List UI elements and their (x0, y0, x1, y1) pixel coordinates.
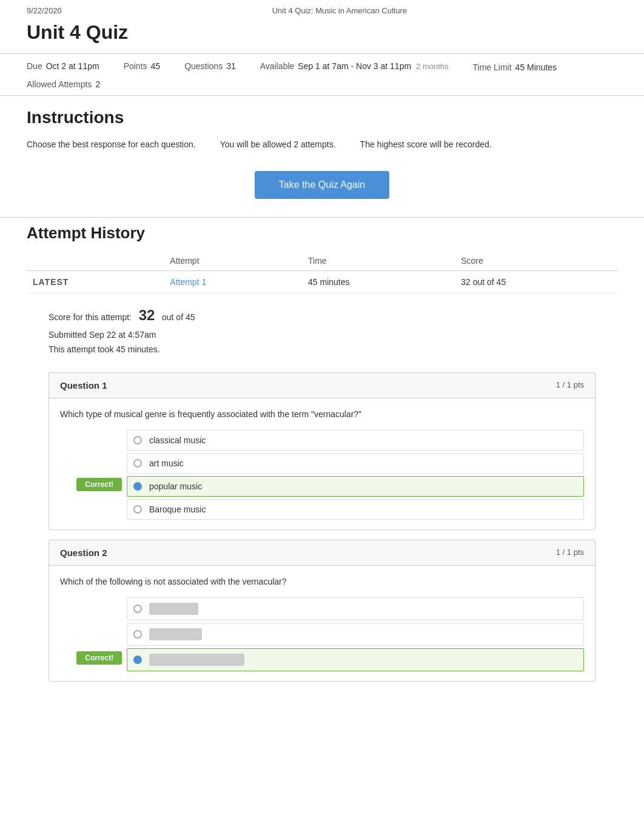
question-1-body: Which type of musical genre is frequentl… (49, 398, 595, 529)
q1-answer-0[interactable]: classical music (127, 430, 584, 451)
date: 9/22/2020 (27, 6, 62, 15)
q1-correct-badge: Correct! (76, 478, 122, 491)
score-number: 32 (139, 307, 155, 323)
attempt-1-link[interactable]: Attempt 1 (170, 277, 206, 287)
question-1-pts: 1 / 1 pts (556, 380, 584, 391)
q1-answer-3-text: Baroque music (149, 505, 206, 514)
q1-answer-2[interactable]: popular music (127, 476, 584, 497)
q1-answer-0-text: classical music (149, 435, 206, 445)
instruction-1: Choose the best response for each questi… (27, 139, 196, 149)
time-limit-label: Time Limit (473, 62, 512, 72)
score-label: Score for this attempt: (49, 312, 132, 322)
question-2-answers: ████ ███ ████████ Correct! █████████████… (60, 597, 584, 671)
due-label: Due (27, 61, 42, 71)
q1-answer-1[interactable]: art music (127, 453, 584, 474)
question-2-title: Question 2 (60, 548, 107, 558)
instruction-2: You will be allowed 2 attempts. (220, 139, 336, 149)
question-1-header: Question 1 1 / 1 pts (49, 373, 595, 398)
table-row: LATEST Attempt 1 45 minutes 32 out of 45 (27, 271, 617, 293)
question-2-body: Which of the following is not associated… (49, 566, 595, 681)
attempt-score: 32 out of 45 (455, 271, 617, 293)
score-summary: Score for this attempt: 32 out of 45 Sub… (0, 293, 644, 363)
q2-correct-badge: Correct! (76, 651, 122, 665)
submitted-text: Submitted Sep 22 at 4:57am (49, 328, 617, 343)
q1-answer-3[interactable]: Baroque music (127, 499, 584, 520)
question-2-header: Question 2 1 / 1 pts (49, 540, 595, 566)
question-1-title: Question 1 (60, 380, 107, 391)
meta-bar: Due Oct 2 at 11pm Points 45 Questions 31… (0, 53, 644, 96)
question-1-text: Which type of musical genre is frequentl… (60, 409, 584, 419)
instructions-title: Instructions (0, 96, 644, 136)
take-quiz-container: Take the Quiz Again (0, 161, 644, 217)
available-label: Available (260, 61, 295, 71)
q2-answer-2[interactable]: ███████████████ (127, 648, 584, 671)
question-2-text: Which of the following is not associated… (60, 577, 584, 586)
allowed-attempts-label: Allowed Attempts (27, 79, 92, 89)
take-quiz-button[interactable]: Take the Quiz Again (255, 171, 389, 199)
question-1-answers: classical music art music Correct! popul… (60, 430, 584, 520)
question-2-pts: 1 / 1 pts (556, 548, 584, 558)
col-header-attempt: Attempt (164, 251, 302, 271)
question-2-block: Question 2 1 / 1 pts Which of the follow… (49, 540, 595, 682)
page-title: Unit 4 Quiz (0, 18, 644, 53)
q2-answer-1[interactable]: ████████ (127, 623, 584, 646)
instruction-3: The highest score will be recorded. (360, 139, 492, 149)
attempt-history-title: Attempt History (0, 217, 644, 251)
col-header-blank (27, 251, 164, 271)
q2-answer-0[interactable]: ████ ███ (127, 597, 584, 620)
instructions-row: Choose the best response for each questi… (0, 136, 644, 161)
q1-answer-1-text: art music (149, 458, 184, 468)
questions-value: 31 (226, 61, 236, 71)
attempt-link-cell[interactable]: Attempt 1 (164, 271, 302, 293)
questions-label: Questions (184, 61, 223, 71)
available-badge: 2 months (416, 62, 448, 71)
col-header-time: Time (302, 251, 455, 271)
score-out-of: out of 45 (162, 312, 195, 322)
allowed-attempts-value: 2 (95, 79, 100, 89)
attempt-time: 45 minutes (302, 271, 455, 293)
attempt-table: Attempt Time Score LATEST Attempt 1 45 m… (27, 251, 617, 293)
points-value: 45 (151, 61, 161, 71)
time-limit-value: 45 Minutes (515, 62, 557, 72)
available-value: Sep 1 at 7am - Nov 3 at 11pm (298, 61, 411, 71)
col-header-score: Score (455, 251, 617, 271)
due-value: Oct 2 at 11pm (46, 61, 99, 71)
duration-text: This attempt took 45 minutes. (49, 343, 617, 357)
question-1-block: Question 1 1 / 1 pts Which type of music… (49, 372, 595, 530)
points-label: Points (124, 61, 147, 71)
latest-badge: LATEST (27, 271, 164, 293)
q2-answer-1-text: ████████ (149, 628, 202, 640)
header-center-text: Unit 4 Quiz: Music in American Culture (272, 6, 408, 15)
q1-answer-2-text: popular music (149, 481, 202, 491)
q2-answer-0-text: ████ ███ (149, 603, 198, 615)
q2-answer-2-text: ███████████████ (149, 654, 244, 666)
